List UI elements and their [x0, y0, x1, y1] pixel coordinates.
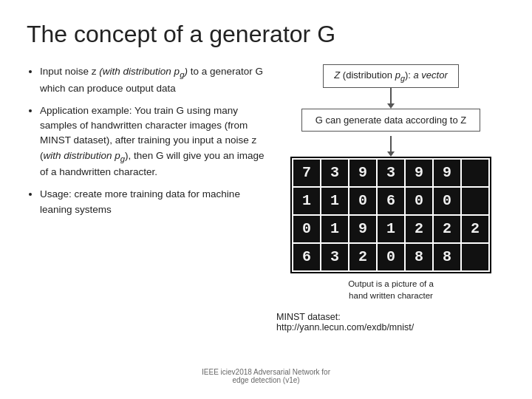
flow-diagram: Z (distribution pg): a vector G can gene…	[276, 64, 505, 301]
mnist-cell: 8	[406, 244, 432, 270]
mnist-cell: 6	[378, 188, 404, 214]
minst-ref-line2: http://yann.lecun.com/exdb/mnist/	[276, 322, 505, 332]
mnist-cell	[462, 188, 488, 214]
mnist-cell	[462, 160, 488, 186]
footer: IEEE iciev2018 Adversarial Network for e…	[27, 368, 505, 384]
mnist-cell: 7	[293, 160, 320, 186]
slide: The concept of a generator G Input noise…	[0, 0, 532, 399]
output-label: Output is a picture of a hand written ch…	[348, 278, 434, 301]
flow-arrow-1	[390, 88, 392, 104]
mnist-cell: 0	[293, 216, 320, 242]
mnist-cell: 8	[434, 244, 460, 270]
mnist-grid: 7 3 9 3 9 9 1 1 0 6 0 0	[290, 157, 491, 273]
mnist-cell: 2	[406, 216, 432, 242]
mnist-cell: 2	[462, 216, 488, 242]
left-column: Input noise z (with distribution pg) to …	[27, 64, 265, 364]
list-item: Application example: You train G using m…	[40, 103, 265, 180]
list-item: Input noise z (with distribution pg) to …	[40, 64, 265, 96]
mnist-cell: 1	[378, 216, 404, 242]
mnist-cell	[462, 244, 488, 270]
mnist-cell: 0	[406, 188, 432, 214]
bullet-list: Input noise z (with distribution pg) to …	[27, 64, 265, 217]
flow-box-2-text: G can generate data according to Z	[316, 115, 467, 126]
mnist-cell: 6	[293, 244, 320, 270]
mnist-cell: 3	[321, 244, 348, 270]
mnist-cell: 9	[434, 160, 460, 186]
list-item: Usage: create more training data for mac…	[40, 187, 265, 217]
minst-reference: MINST dataset: http://yann.lecun.com/exd…	[276, 312, 505, 332]
mnist-cell: 9	[349, 160, 376, 186]
mnist-cell: 1	[293, 188, 320, 214]
mnist-cell: 1	[321, 188, 348, 214]
mnist-cell: 9	[349, 216, 376, 242]
content-row: Input noise z (with distribution pg) to …	[27, 64, 505, 364]
minst-ref-line1: MINST dataset:	[276, 312, 505, 322]
right-column: Z (distribution pg): a vector G can gene…	[276, 64, 505, 364]
mnist-cell: 0	[434, 188, 460, 214]
mnist-cell: 2	[434, 216, 460, 242]
mnist-cell: 2	[349, 244, 376, 270]
mnist-cell: 1	[321, 216, 348, 242]
flow-arrow-2	[390, 136, 392, 152]
mnist-cell: 0	[378, 244, 404, 270]
mnist-cell: 3	[378, 160, 404, 186]
mnist-cell: 0	[349, 188, 376, 214]
mnist-cell: 9	[406, 160, 432, 186]
mnist-cell: 3	[321, 160, 348, 186]
flow-box-2: G can generate data according to Z	[301, 109, 481, 132]
page-title: The concept of a generator G	[27, 21, 505, 48]
flow-box-1: Z (distribution pg): a vector	[323, 64, 458, 88]
